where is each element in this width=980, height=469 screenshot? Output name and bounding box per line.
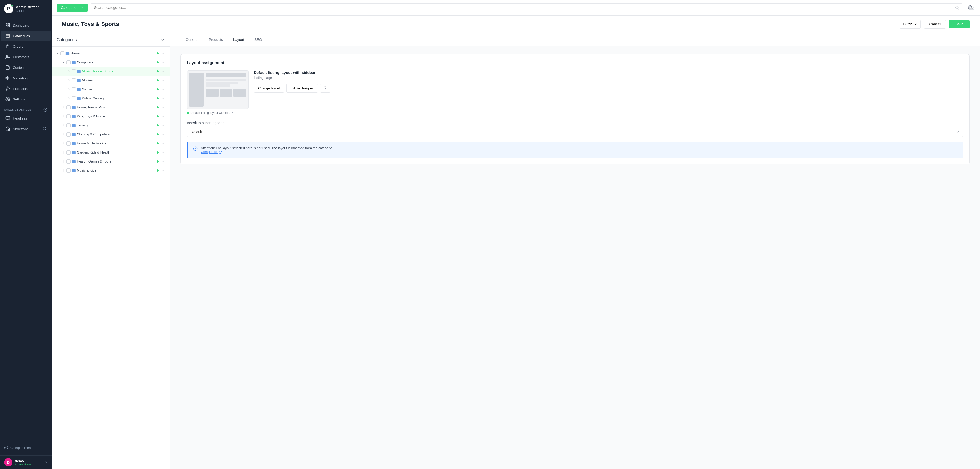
tree-item-garden-kids-health[interactable]: Garden, Kids & Health ··· [51,148,170,157]
chevron-icon[interactable] [67,79,71,82]
tab-layout[interactable]: Layout [228,33,249,46]
more-options-btn[interactable]: ··· [160,78,166,83]
save-button[interactable]: Save [949,20,970,28]
tree-checkbox[interactable] [72,78,76,83]
tab-general[interactable]: General [180,33,204,46]
tree-item-jewelry[interactable]: Jewelry ··· [51,121,170,130]
extensions-icon [5,86,10,91]
tree-checkbox[interactable] [72,87,76,91]
search-input[interactable] [94,6,953,10]
cancel-button[interactable]: Cancel [924,20,946,29]
tree-item-health-games-tools[interactable]: Health, Games & Tools ··· [51,157,170,166]
more-options-btn[interactable]: ··· [160,168,166,173]
tree-item-label: Jewelry [77,123,156,127]
delete-layout-button[interactable] [320,84,330,93]
tree-checkbox[interactable] [67,114,71,118]
chevron-icon[interactable] [62,124,65,127]
more-options-btn[interactable]: ··· [160,150,166,155]
tab-products[interactable]: Products [204,33,228,46]
tree-item-movies[interactable]: Movies ··· [51,76,170,85]
chevron-icon[interactable] [62,133,65,136]
more-options-btn[interactable]: ··· [160,132,166,137]
tree-checkbox[interactable] [67,132,71,137]
sidebar-item-settings[interactable]: Settings [1,94,51,104]
tree-item-label: Home, Toys & Music [77,105,156,109]
tree-item-clothing-computers[interactable]: Clothing & Computers ··· [51,130,170,139]
chevron-icon[interactable] [67,70,71,73]
chevron-icon[interactable] [67,97,71,100]
sidebar-item-content[interactable]: Content [1,62,51,73]
tabs: General Products Layout SEO [170,33,980,46]
tree-checkbox[interactable] [72,69,76,73]
app-logo: G [4,4,13,13]
sidebar-item-customers[interactable]: Customers [1,52,51,62]
more-options-btn[interactable]: ··· [160,123,166,128]
tree-checkbox[interactable] [72,96,76,100]
tree-item-home[interactable]: Home ··· [51,49,170,58]
edit-in-designer-button[interactable]: Edit in designer [286,84,318,93]
more-options-btn[interactable]: ··· [160,105,166,110]
more-options-btn[interactable]: ··· [160,69,166,74]
tree-checkbox[interactable] [67,150,71,154]
sidebar-item-headless[interactable]: Headless [1,113,51,123]
tree-checkbox[interactable] [67,141,71,146]
tree-item-kids-toys-home[interactable]: Kids, Toys & Home ··· [51,112,170,121]
more-options-btn[interactable]: ··· [160,159,166,164]
tab-products-label: Products [209,38,223,42]
tree-checkbox[interactable] [60,51,64,56]
tree-item-music-toys-sports[interactable]: Music, Toys & Sports ··· [51,67,170,76]
chevron-icon[interactable] [62,106,65,109]
tree-checkbox[interactable] [67,159,71,164]
change-layout-button[interactable]: Change layout [254,84,284,93]
folder-icon [72,114,76,118]
status-dot [157,88,159,91]
sidebar-item-extensions[interactable]: Extensions [1,83,51,94]
sidebar-item-catalogues[interactable]: Catalogues [1,31,51,41]
tree-item-home-toys-music[interactable]: Home, Toys & Music ··· [51,103,170,112]
tree-item-computers[interactable]: Computers ··· [51,58,170,67]
collapse-menu-btn[interactable]: Collapse menu [4,444,48,451]
layout-preview-footer: Default listing layout with si... [187,111,249,114]
preview-sidebar [189,73,204,107]
chevron-icon[interactable] [62,169,65,172]
topbar: Categories [51,0,980,16]
language-selector[interactable]: Dutch [900,20,921,29]
tab-seo[interactable]: SEO [249,33,267,46]
chevron-icon[interactable] [62,114,65,118]
categories-btn-label: Categories [61,6,78,10]
chevron-icon[interactable] [62,141,65,145]
computers-link[interactable]: Computers [201,150,222,154]
more-options-btn[interactable]: ··· [160,87,166,92]
tree-checkbox[interactable] [67,60,71,64]
inherit-select[interactable]: Default [187,127,963,137]
sidebar-item-storefront[interactable]: Storefront [1,124,51,134]
sidebar-user[interactable]: D demo Administrator [0,455,51,469]
chevron-icon[interactable] [62,160,65,163]
chevron-icon[interactable] [67,87,71,91]
tree-checkbox[interactable] [67,105,71,110]
tree-item-garden[interactable]: Garden ··· [51,85,170,94]
tree-item-home-electronics[interactable]: Home & Electronics ··· [51,139,170,148]
status-dot [157,52,159,54]
more-options-btn[interactable]: ··· [160,96,166,101]
storefront-visibility-icon [43,127,46,131]
preview-main [206,73,247,97]
attention-box: Attention: The layout selected here is n… [187,142,963,158]
categories-dropdown-btn[interactable]: Categories [57,3,88,12]
sidebar-item-orders[interactable]: Orders [1,41,51,51]
chevron-icon[interactable] [62,60,65,64]
more-options-btn[interactable]: ··· [160,60,166,65]
tree-item-music-kids[interactable]: Music & Kids ··· [51,166,170,175]
tree-item-kids-grocery[interactable]: Kids & Grocery ··· [51,94,170,103]
more-options-btn[interactable]: ··· [160,114,166,119]
chevron-icon[interactable] [56,51,59,55]
categories-collapse-icon[interactable] [161,38,165,42]
chevron-icon[interactable] [62,151,65,154]
more-options-btn[interactable]: ··· [160,141,166,146]
sidebar-item-marketing[interactable]: Marketing [1,73,51,83]
svg-point-13 [956,6,958,9]
tree-checkbox[interactable] [67,123,71,127]
tree-checkbox[interactable] [67,169,71,173]
sidebar-item-dashboard[interactable]: Dashboard [1,20,51,30]
more-options-btn[interactable]: ··· [160,51,166,56]
